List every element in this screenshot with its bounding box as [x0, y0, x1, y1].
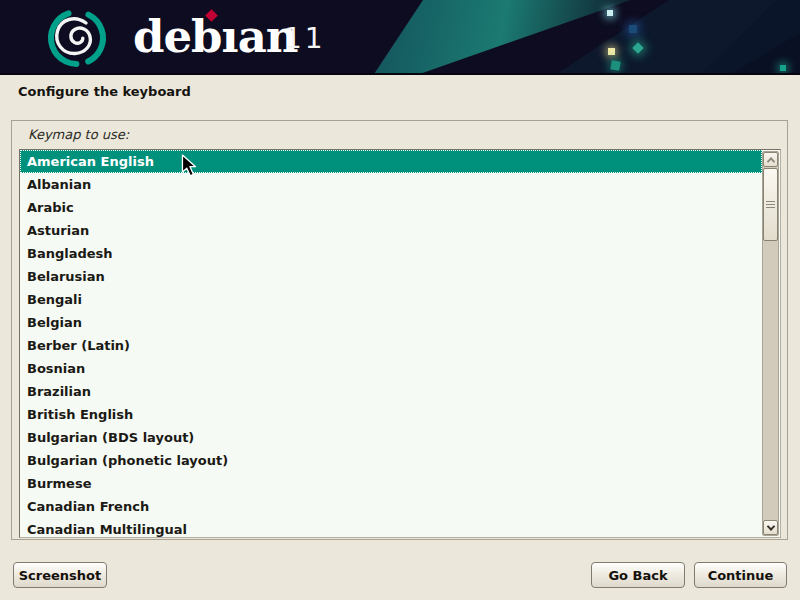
- list-item[interactable]: Canadian Multilingual: [20, 518, 762, 537]
- scroll-down-button[interactable]: [763, 520, 778, 535]
- list-item[interactable]: American English: [20, 150, 762, 173]
- decorative-square: [607, 10, 613, 16]
- list-item[interactable]: Bengali: [20, 288, 762, 311]
- scrollbar-thumb[interactable]: [763, 168, 778, 241]
- list-item[interactable]: Berber (Latin): [20, 334, 762, 357]
- scrollbar[interactable]: [762, 151, 779, 536]
- list-item[interactable]: Asturian: [20, 219, 762, 242]
- keymap-frame: Keymap to use: American English Albanian…: [11, 120, 788, 540]
- decorative-square: [629, 25, 637, 33]
- list-item[interactable]: Canadian French: [20, 495, 762, 518]
- list-item[interactable]: Belarusian: [20, 265, 762, 288]
- decorative-square: [608, 48, 615, 55]
- list-item[interactable]: Belgian: [20, 311, 762, 334]
- page-title: Configure the keyboard: [18, 84, 191, 99]
- list-item[interactable]: Bangladesh: [20, 242, 762, 265]
- list-item[interactable]: Bulgarian (phonetic layout): [20, 449, 762, 472]
- grip-lines-icon: [766, 201, 775, 209]
- continue-button[interactable]: Continue: [694, 562, 787, 588]
- list-item[interactable]: British English: [20, 403, 762, 426]
- keymap-listbox[interactable]: American English Albanian Arabic Asturia…: [19, 149, 781, 538]
- list-item[interactable]: Burmese: [20, 472, 762, 495]
- list-item[interactable]: Bosnian: [20, 357, 762, 380]
- installer-window: debıan 11 Configure the keyboard Keymap …: [0, 0, 800, 600]
- screenshot-button[interactable]: Screenshot: [13, 562, 107, 588]
- chevron-down-icon: [766, 522, 774, 530]
- version-number: 11: [284, 22, 326, 55]
- list-item[interactable]: Brazilian: [20, 380, 762, 403]
- keymap-label: Keymap to use:: [28, 127, 129, 142]
- scroll-up-button[interactable]: [763, 152, 778, 167]
- decorative-square: [610, 60, 620, 70]
- list-item[interactable]: Bulgarian (BDS layout): [20, 426, 762, 449]
- keymap-list[interactable]: American English Albanian Arabic Asturia…: [20, 150, 762, 537]
- chevron-up-icon: [766, 157, 774, 165]
- header-banner: debıan 11: [0, 0, 800, 75]
- list-item[interactable]: Albanian: [20, 173, 762, 196]
- list-item[interactable]: Arabic: [20, 196, 762, 219]
- go-back-button[interactable]: Go Back: [591, 562, 685, 588]
- debian-swirl-icon: [42, 2, 112, 72]
- decorative-square: [780, 65, 786, 71]
